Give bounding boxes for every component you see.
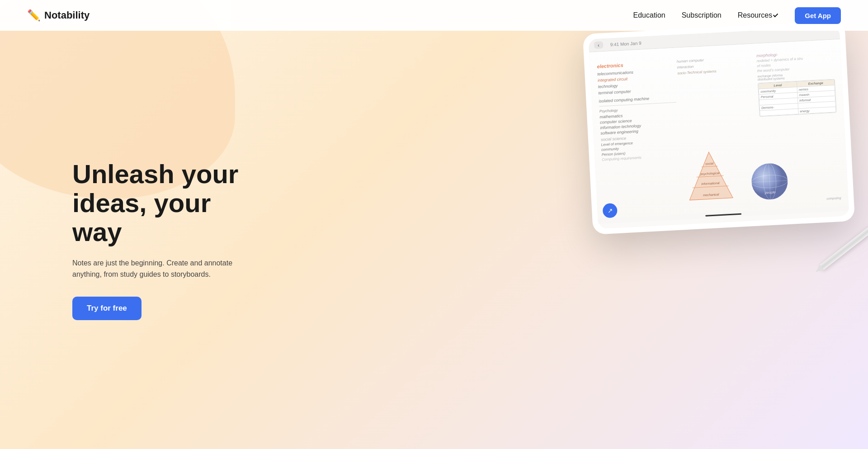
nav-links: Education Subscription Resources Get App [633,7,841,24]
navbar: ✏️ Notability Education Subscription Res… [0,0,868,31]
tablet-screen: ‹ 9:41 Mon Jan 9 electronics telecommuni… [588,26,849,229]
logo[interactable]: ✏️ Notability [27,9,90,22]
logo-icon: ✏️ [27,9,41,22]
nav-resources[interactable]: Resources [738,11,778,19]
svg-text:people: people [764,190,776,195]
tablet-frame: ‹ 9:41 Mon Jan 9 electronics telecommuni… [583,20,855,235]
hero-description: Notes are just the beginning. Create and… [72,257,253,280]
nav-education[interactable]: Education [633,11,665,19]
tablet-back-button[interactable]: ‹ [594,41,603,49]
chevron-down-icon [773,12,778,17]
tablet-body: electronics telecommunications integrate… [589,39,849,224]
sphere-diagram: people [748,160,791,203]
pyramid-diagram: mechanical informational psychological s… [681,147,738,204]
tablet-timestamp: 9:41 Mon Jan 9 [610,40,641,47]
logo-text: Notability [44,9,90,21]
export-button[interactable]: ↗ [602,203,618,218]
hero-content: Unleash your ideas, your way Notes are j… [0,160,253,320]
hero-section: Unleash your ideas, your way Notes are j… [0,0,868,449]
try-for-free-button[interactable]: Try for free [72,297,142,320]
hero-title: Unleash your ideas, your way [72,160,253,246]
get-app-button[interactable]: Get App [795,7,841,24]
svg-text:social: social [705,162,714,165]
tablet-mockup: ‹ 9:41 Mon Jan 9 electronics telecommuni… [570,27,868,228]
nav-subscription[interactable]: Subscription [682,11,722,19]
